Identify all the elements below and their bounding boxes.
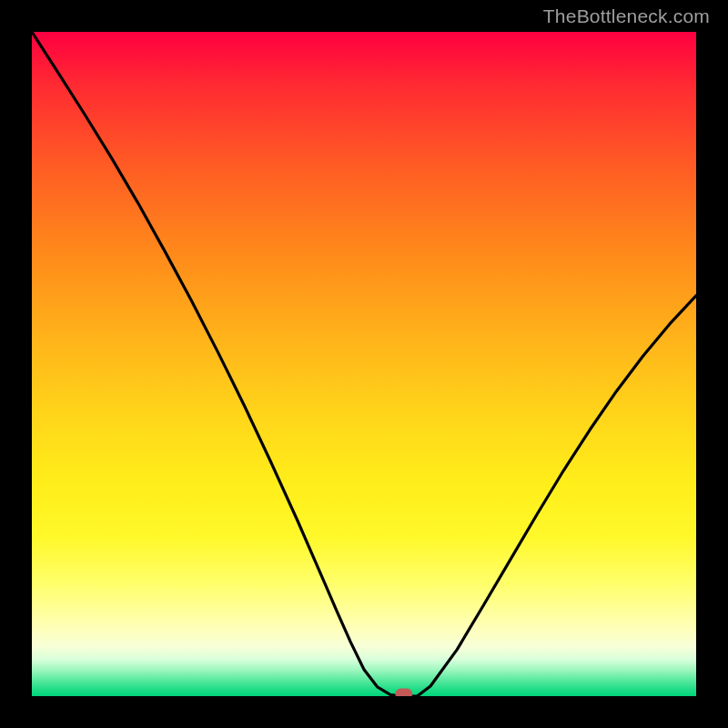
watermark-text: TheBottleneck.com bbox=[543, 5, 710, 27]
curve-minimum-marker bbox=[396, 689, 412, 696]
curve-svg bbox=[32, 32, 696, 696]
plot-area bbox=[32, 32, 696, 696]
chart-frame: TheBottleneck.com bbox=[0, 0, 728, 728]
bottleneck-curve bbox=[32, 32, 696, 696]
